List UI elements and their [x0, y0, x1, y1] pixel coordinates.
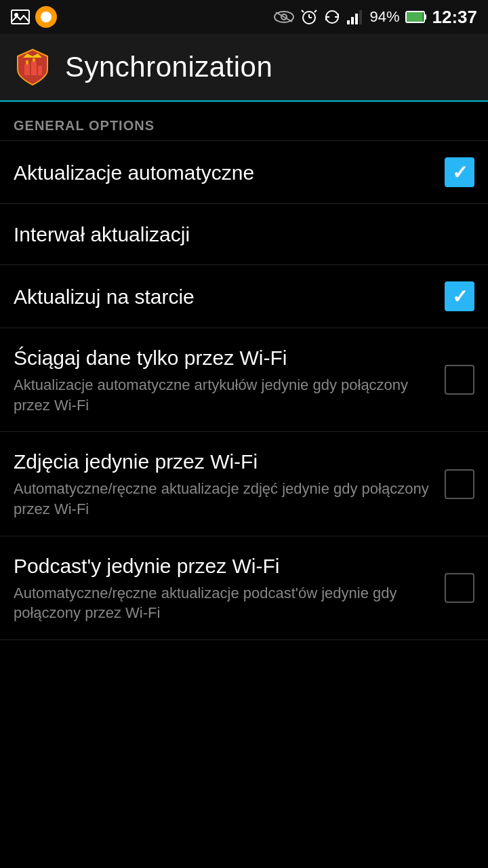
- settings-item-update-on-start-content: Aktualizuj na starcie: [14, 283, 445, 310]
- settings-item-wifi-only-podcasts-content: Podcast'y jedynie przez Wi-Fi Automatycz…: [14, 553, 445, 623]
- app-title: Synchronization: [65, 51, 272, 83]
- svg-rect-12: [355, 14, 358, 24]
- settings-item-update-on-start-title: Aktualizuj na starcie: [14, 283, 431, 310]
- status-bar: 94% 12:37: [0, 0, 488, 34]
- settings-item-wifi-only-data-title: Ściągaj dane tylko przez Wi-Fi: [14, 344, 431, 371]
- checkbox-wifi-only-data[interactable]: [445, 365, 474, 395]
- svg-line-8: [302, 10, 304, 12]
- svg-rect-11: [351, 17, 354, 24]
- svg-rect-13: [359, 10, 362, 24]
- signal-icon: [346, 8, 364, 26]
- battery-percent: 94%: [369, 8, 399, 26]
- sync-icon: [323, 8, 341, 26]
- status-bar-left-icons: [11, 6, 57, 28]
- settings-item-auto-updates-content: Aktualizacje automatyczne: [14, 159, 445, 186]
- checkbox-auto-updates[interactable]: [445, 157, 474, 187]
- settings-item-wifi-only-photos-subtitle: Automatyczne/ręczne aktualizacje zdjęć j…: [14, 479, 431, 519]
- settings-item-wifi-only-data-content: Ściągaj dane tylko przez Wi-Fi Aktualiza…: [14, 344, 445, 415]
- settings-item-update-on-start[interactable]: Aktualizuj na starcie: [0, 265, 488, 328]
- eye-icon: [273, 9, 295, 24]
- settings-item-update-interval-title: Interwał aktualizacji: [14, 221, 461, 248]
- alarm-icon: [300, 8, 318, 26]
- svg-rect-21: [26, 60, 28, 64]
- battery-icon: [405, 10, 427, 24]
- settings-item-wifi-only-photos-title: Zdjęcia jedynie przez Wi-Fi: [14, 448, 431, 475]
- settings-content: GENERAL OPTIONS Aktualizacje automatyczn…: [0, 102, 488, 640]
- checkbox-update-on-start[interactable]: [445, 281, 474, 311]
- checkbox-wifi-only-podcasts[interactable]: [445, 573, 474, 603]
- svg-rect-22: [33, 58, 35, 62]
- svg-rect-10: [347, 20, 350, 24]
- app-notification-icon: [35, 6, 57, 28]
- app-logo: [14, 48, 52, 86]
- settings-item-wifi-only-data[interactable]: Ściągaj dane tylko przez Wi-Fi Aktualiza…: [0, 328, 488, 432]
- settings-item-auto-updates[interactable]: Aktualizacje automatyczne: [0, 141, 488, 204]
- settings-item-wifi-only-podcasts-subtitle: Automatyczne/ręczne aktualizacje podcast…: [14, 583, 431, 623]
- settings-item-update-interval-content: Interwał aktualizacji: [14, 221, 474, 248]
- svg-line-9: [314, 10, 317, 12]
- svg-rect-20: [38, 66, 42, 75]
- svg-rect-19: [31, 62, 37, 75]
- settings-item-auto-updates-title: Aktualizacje automatyczne: [14, 159, 431, 186]
- status-right-icons: 94% 12:37: [273, 7, 477, 28]
- settings-item-wifi-only-podcasts-title: Podcast'y jedynie przez Wi-Fi: [14, 553, 431, 579]
- settings-item-wifi-only-podcasts[interactable]: Podcast'y jedynie przez Wi-Fi Automatycz…: [0, 536, 488, 640]
- settings-item-update-interval[interactable]: Interwał aktualizacji: [0, 204, 488, 265]
- app-bar: Synchronization: [0, 34, 488, 102]
- status-time: 12:37: [432, 7, 478, 28]
- settings-item-wifi-only-photos-content: Zdjęcia jedynie przez Wi-Fi Automatyczne…: [14, 448, 445, 519]
- photo-icon: [11, 9, 30, 24]
- section-header-general: GENERAL OPTIONS: [0, 102, 488, 141]
- checkbox-wifi-only-photos[interactable]: [445, 469, 474, 499]
- svg-rect-18: [24, 64, 30, 75]
- settings-item-wifi-only-photos[interactable]: Zdjęcia jedynie przez Wi-Fi Automatyczne…: [0, 432, 488, 536]
- svg-rect-15: [424, 14, 426, 20]
- settings-item-wifi-only-data-subtitle: Aktualizacje automatyczne artykułów jedy…: [14, 375, 431, 415]
- svg-rect-0: [12, 10, 29, 24]
- svg-rect-16: [407, 12, 423, 22]
